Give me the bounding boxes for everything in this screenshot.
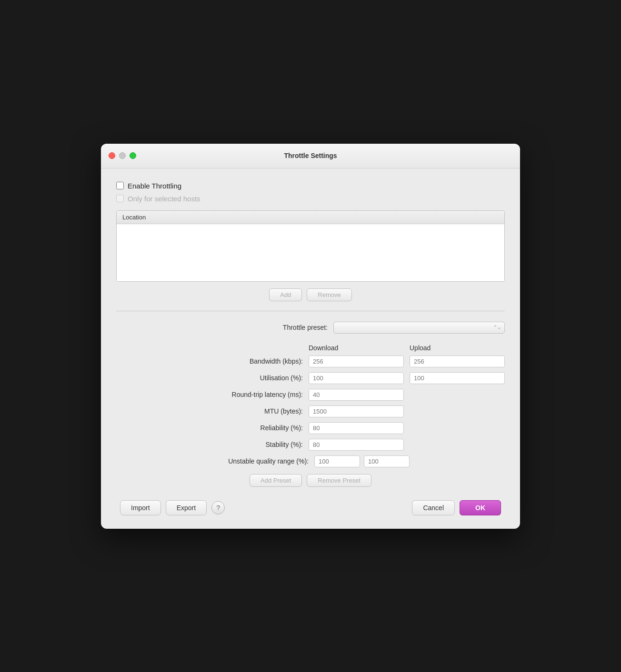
export-button[interactable]: Export — [166, 500, 207, 515]
unstable-quality-range-row: Unstable quality range (%): — [116, 455, 505, 467]
import-button[interactable]: Import — [120, 500, 161, 515]
upload-col-header: Upload — [410, 344, 505, 352]
reliability-label: Reliability (%): — [116, 424, 309, 432]
only-selected-hosts-label: Only for selected hosts — [128, 195, 200, 203]
enable-throttling-row: Enable Throttling — [116, 182, 505, 190]
bottom-bar: Import Export ? Cancel OK — [116, 500, 505, 515]
separator — [116, 311, 505, 311]
mtu-label: MTU (bytes): — [116, 407, 309, 415]
download-col-header: Download — [309, 344, 404, 352]
stability-label: Stability (%): — [116, 441, 309, 448]
utilisation-row: Utilisation (%): — [116, 372, 505, 384]
throttle-settings-window: Throttle Settings Enable Throttling Only… — [101, 144, 520, 529]
table-action-buttons: Add Remove — [116, 288, 505, 301]
location-column-header: Location — [117, 211, 504, 224]
bandwidth-label: Bandwidth (kbps): — [116, 357, 309, 365]
throttle-preset-row: Throttle preset: — [116, 322, 505, 334]
location-table: Location — [116, 210, 505, 282]
reliability-input[interactable] — [309, 422, 404, 434]
bandwidth-upload-input[interactable] — [410, 356, 505, 367]
cancel-button[interactable]: Cancel — [412, 500, 455, 515]
add-preset-button[interactable]: Add Preset — [250, 474, 302, 487]
help-button[interactable]: ? — [211, 501, 225, 514]
utilisation-upload-input[interactable] — [410, 372, 505, 384]
remove-preset-button[interactable]: Remove Preset — [307, 474, 371, 487]
main-content: Enable Throttling Only for selected host… — [101, 168, 520, 529]
add-location-button[interactable]: Add — [269, 288, 302, 301]
only-selected-hosts-row: Only for selected hosts — [116, 195, 505, 203]
enable-throttling-checkbox[interactable] — [116, 182, 124, 189]
unstable-quality-input-2[interactable] — [364, 455, 410, 467]
mtu-input[interactable] — [309, 405, 404, 417]
close-button[interactable] — [109, 152, 115, 159]
window-title: Throttle Settings — [284, 152, 337, 159]
utilisation-label: Utilisation (%): — [116, 374, 309, 382]
traffic-lights — [109, 152, 136, 159]
round-trip-latency-label: Round-trip latency (ms): — [116, 391, 309, 398]
round-trip-latency-input[interactable] — [309, 389, 404, 401]
titlebar: Throttle Settings — [101, 144, 520, 168]
unstable-quality-input-1[interactable] — [314, 455, 360, 467]
enable-throttling-label[interactable]: Enable Throttling — [128, 182, 181, 190]
reliability-row: Reliability (%): — [116, 422, 505, 434]
minimize-button[interactable] — [119, 152, 126, 159]
mtu-row: MTU (bytes): — [116, 405, 505, 417]
stability-input[interactable] — [309, 439, 404, 451]
round-trip-latency-row: Round-trip latency (ms): — [116, 389, 505, 401]
column-headers: Download Upload — [116, 344, 505, 352]
throttle-preset-label: Throttle preset: — [283, 324, 328, 331]
unstable-quality-inputs — [314, 455, 410, 467]
maximize-button[interactable] — [130, 152, 136, 159]
location-table-body[interactable] — [117, 224, 504, 281]
throttle-preset-select[interactable] — [333, 322, 505, 334]
utilisation-download-input[interactable] — [309, 372, 404, 384]
stability-row: Stability (%): — [116, 439, 505, 451]
unstable-quality-range-label: Unstable quality range (%): — [116, 457, 314, 465]
ok-button[interactable]: OK — [460, 500, 501, 515]
only-selected-hosts-checkbox[interactable] — [116, 195, 124, 202]
throttle-preset-select-wrapper — [333, 322, 505, 334]
remove-location-button[interactable]: Remove — [307, 288, 351, 301]
preset-buttons-row: Add Preset Remove Preset — [116, 474, 505, 487]
bandwidth-row: Bandwidth (kbps): — [116, 356, 505, 367]
bandwidth-download-input[interactable] — [309, 356, 404, 367]
